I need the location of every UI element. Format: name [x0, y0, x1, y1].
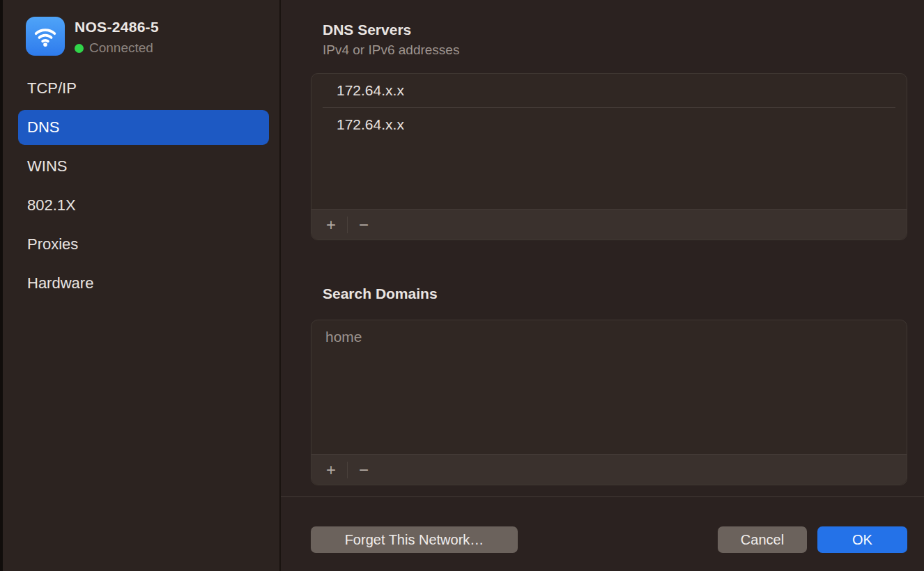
connection-text: NOS-2486-5 Connected [75, 17, 159, 56]
dns-pane: DNS Servers IPv4 or IPv6 addresses 172.6… [281, 0, 924, 571]
dns-servers-toolbar: + − [311, 209, 907, 240]
search-domains-toolbar: + − [311, 454, 907, 485]
sidebar-item-dns[interactable]: DNS [18, 110, 269, 145]
sidebar-item-hardware[interactable]: Hardware [18, 266, 269, 301]
sidebar: NOS-2486-5 Connected TCP/IP DNS WINS 802… [3, 0, 279, 571]
search-domains-title: Search Domains [323, 286, 438, 302]
forget-network-button[interactable]: Forget This Network… [311, 526, 518, 553]
remove-dns-server-button[interactable]: − [351, 213, 376, 237]
footer-divider [281, 496, 924, 497]
dns-servers-rows: 172.64.x.x 172.64.x.x [311, 74, 907, 209]
toolbar-separator [347, 462, 348, 478]
dns-server-row[interactable]: 172.64.x.x [311, 74, 907, 107]
network-name: NOS-2486-5 [75, 19, 159, 36]
sidebar-item-proxies[interactable]: Proxies [18, 227, 269, 262]
status-label: Connected [89, 40, 153, 56]
search-domains-rows: home [311, 320, 907, 454]
add-search-domain-button[interactable]: + [318, 458, 344, 482]
sidebar-item-label: TCP/IP [27, 79, 77, 97]
dns-servers-title: DNS Servers [323, 22, 411, 38]
toolbar-separator [347, 217, 348, 233]
search-domain-value: home [325, 329, 362, 345]
sidebar-item-8021x[interactable]: 802.1X [18, 188, 269, 223]
cancel-button[interactable]: Cancel [718, 526, 807, 553]
sidebar-item-label: Proxies [27, 235, 78, 253]
add-dns-server-button[interactable]: + [318, 213, 344, 237]
sidebar-item-label: WINS [27, 157, 67, 175]
sidebar-item-wins[interactable]: WINS [18, 149, 269, 184]
search-domain-row[interactable]: home [311, 320, 907, 354]
sidebar-item-label: Hardware [27, 274, 93, 292]
connection-header: NOS-2486-5 Connected [26, 17, 159, 56]
dns-server-value: 172.64.x.x [337, 116, 404, 133]
dns-servers-subtitle: IPv4 or IPv6 addresses [323, 42, 459, 58]
status-dot-icon [75, 44, 84, 53]
dns-servers-list: 172.64.x.x 172.64.x.x + − [311, 73, 907, 240]
remove-search-domain-button[interactable]: − [351, 458, 376, 482]
connection-status: Connected [75, 40, 159, 56]
sidebar-item-label: DNS [27, 118, 59, 136]
sidebar-item-tcpip[interactable]: TCP/IP [18, 71, 269, 106]
ok-button[interactable]: OK [817, 526, 907, 553]
dns-server-value: 172.64.x.x [337, 82, 404, 99]
sidebar-item-label: 802.1X [27, 196, 76, 214]
dns-server-row[interactable]: 172.64.x.x [311, 108, 907, 141]
sidebar-nav: TCP/IP DNS WINS 802.1X Proxies Hardware [18, 71, 269, 305]
wifi-icon [26, 17, 65, 56]
search-domains-list: home + − [311, 320, 907, 485]
